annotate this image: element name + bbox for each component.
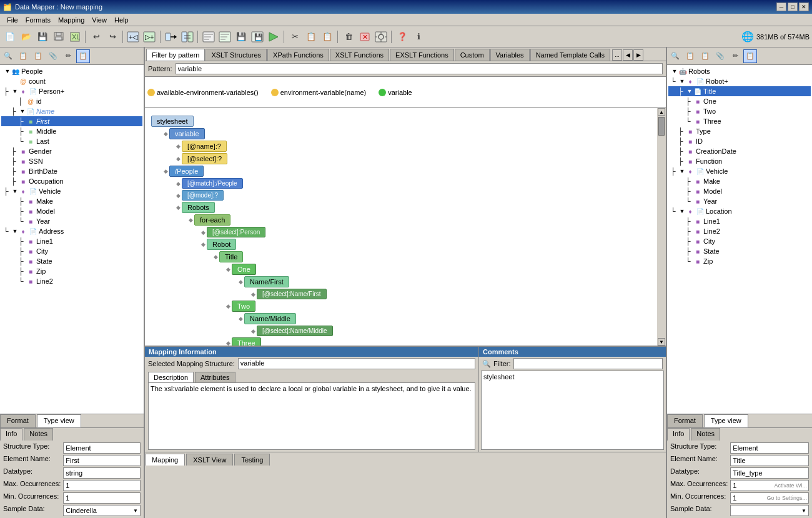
tree-node-year[interactable]: └ ■ Year [1,216,142,226]
rtree-title[interactable]: ├ ▼ 📄 Title [668,86,811,96]
func-tab-exslt[interactable]: EXSLT Functions [390,49,454,61]
vscrollbar[interactable]: ▲ ▼ [657,108,666,346]
add-output-button[interactable]: ▷+ [142,29,157,44]
rtree-year[interactable]: └ ■ Year [668,196,811,206]
menu-view[interactable]: View [88,15,111,25]
save-input-button[interactable]: 💾 [234,29,249,44]
tree-node-id[interactable]: │ @ id [1,96,142,106]
expand-person[interactable]: ▼ [11,87,19,95]
people-template-box[interactable]: /People [169,166,204,177]
menu-formats[interactable]: Formats [22,15,54,25]
foreach-box[interactable]: for-each [194,214,230,226]
node-robot[interactable]: ◆ Robot [201,239,660,250]
rtree-creation[interactable]: ├ ■ CreationDate [668,146,811,156]
right-search-button[interactable]: 🔍 [668,49,682,63]
settings-button[interactable] [374,29,389,44]
automap-button[interactable] [180,29,195,44]
func-tab-named[interactable]: Named Template Calls [530,49,610,61]
func-tab-filter[interactable]: Filter by pattern [146,49,205,61]
r-sample-value[interactable]: ▼ [730,505,809,516]
view-output-button[interactable] [217,29,232,44]
rtree-type[interactable]: ├ ■ Type [668,126,811,136]
vscroll-down[interactable]: ▼ [658,338,665,346]
nav-prev-button[interactable]: ◀ [623,49,633,61]
view-input-button[interactable] [201,29,216,44]
node-match-attr[interactable]: ◆ [@match]:/People [176,178,660,189]
left-search-button[interactable]: 🔍 [1,49,15,63]
r-sample-dropdown-icon[interactable]: ▼ [801,508,806,514]
tree-node-person[interactable]: ├ ▼ ♦ 📄 Person+ [1,86,142,96]
two-box[interactable]: Two [232,301,255,312]
node-select-middle[interactable]: ◆ [@select]:Name/Middle [251,326,660,336]
rtree-robot[interactable]: └ ▼ ♦ 📄 Robot+ [668,76,811,86]
tree-node-first[interactable]: ├ ■ First [1,116,142,126]
tree-node-address[interactable]: └ ▼ ♦ 📄 Address [1,226,142,236]
node-variable[interactable]: ◆ variable [164,128,660,139]
tree-node-make[interactable]: ├ ■ Make [1,196,142,206]
left-copy-button[interactable]: 📋 [16,49,30,63]
copy-button[interactable]: 📋 [304,29,319,44]
right-active-button[interactable]: 📋 [743,49,757,63]
func-tab-variables[interactable]: Variables [490,49,530,61]
save-output-button[interactable]: 💾 [250,29,265,44]
rexpand-robots[interactable]: ▼ [671,67,678,75]
rtree-model[interactable]: ├ ■ Model [668,186,811,196]
maximize-button[interactable]: □ [788,2,798,11]
rtree-rstate[interactable]: ├ ■ State [668,246,811,256]
redo-button[interactable]: ↪ [105,29,120,44]
expand-name[interactable]: ▼ [19,107,26,115]
match-attr-box[interactable]: [@match]:/People [182,178,243,189]
rtree-rline2[interactable]: ├ ■ Line2 [668,226,811,236]
help-button[interactable]: ❓ [395,29,410,44]
tree-node-count[interactable]: @ count [1,76,142,86]
comments-content[interactable]: stylesheet [481,371,664,450]
rtree-make[interactable]: ├ ■ Make [668,176,811,186]
left-info-tab[interactable]: Info [0,428,22,441]
rtree-robots[interactable]: ▼ 🤖 Robots [668,66,811,76]
rtree-one[interactable]: ├ ■ One [668,96,811,106]
nav-next-button[interactable]: ▶ [633,49,643,61]
title-box[interactable]: Title [219,251,243,262]
rtree-location[interactable]: └ ▼ ♦ 📄 Location [668,206,811,216]
left-edit-button[interactable]: ✏ [61,49,75,63]
rtree-three[interactable]: └ ■ Three [668,116,811,126]
tree-node-zip[interactable]: ├ ■ Zip [1,266,142,276]
tree-node-middle[interactable]: ├ ■ Middle [1,126,142,136]
cbt-mapping[interactable]: Mapping [145,454,185,466]
info-button[interactable]: ℹ [411,29,426,44]
tree-node-gender[interactable]: ├ ■ Gender [1,146,142,156]
tree-node-line1[interactable]: ├ ■ Line1 [1,236,142,246]
delete-button[interactable]: 🗑 [341,29,356,44]
left-select-button[interactable]: 📎 [46,49,60,63]
right-copy-button[interactable]: 📋 [683,49,697,63]
node-two[interactable]: ◆ Two [226,301,660,312]
one-box[interactable]: One [232,264,256,275]
tree-node-vehicle[interactable]: ├ ▼ ♦ 📄 Vehicle [1,186,142,196]
node-name-middle[interactable]: ◆ Name/Middle [239,313,660,324]
sample-dropdown-icon[interactable]: ▼ [133,508,138,514]
open-button[interactable]: 📂 [19,29,34,44]
save-button[interactable]: 💾 [35,29,50,44]
comments-filter-input[interactable] [513,358,663,369]
tree-node-people[interactable]: ▼ 👥 People [1,66,142,76]
tree-node-city[interactable]: ├ ■ City [1,246,142,256]
name-middle-box[interactable]: Name/Middle [244,313,296,324]
func-item-env[interactable]: environment-variable(name) [271,89,367,96]
rtree-rcity[interactable]: ├ ■ City [668,236,811,246]
func-tab-custom[interactable]: Custom [455,49,490,61]
select-person-box[interactable]: [@select]:Person [207,227,265,237]
rtree-rline1[interactable]: ├ ■ Line1 [668,216,811,226]
mode-attr-box[interactable]: [@mode]:? [182,190,224,201]
right-tab-typeview[interactable]: Type view [704,414,748,427]
right-select-button[interactable]: 📎 [713,49,727,63]
rexpand-title[interactable]: ▼ [686,87,693,95]
right-paste-button[interactable]: 📋 [698,49,712,63]
new-button[interactable]: 📄 [2,29,17,44]
select-middle-box[interactable]: [@select]:Name/Middle [257,326,333,336]
name-first-box[interactable]: Name/First [244,276,289,287]
left-tab-format[interactable]: Format [0,414,36,427]
sample-value[interactable]: Cinderella ▼ [63,505,141,516]
vscroll-thumb[interactable] [658,117,665,136]
left-active-button[interactable]: 📋 [76,49,90,63]
expand-address[interactable]: ▼ [11,227,19,235]
